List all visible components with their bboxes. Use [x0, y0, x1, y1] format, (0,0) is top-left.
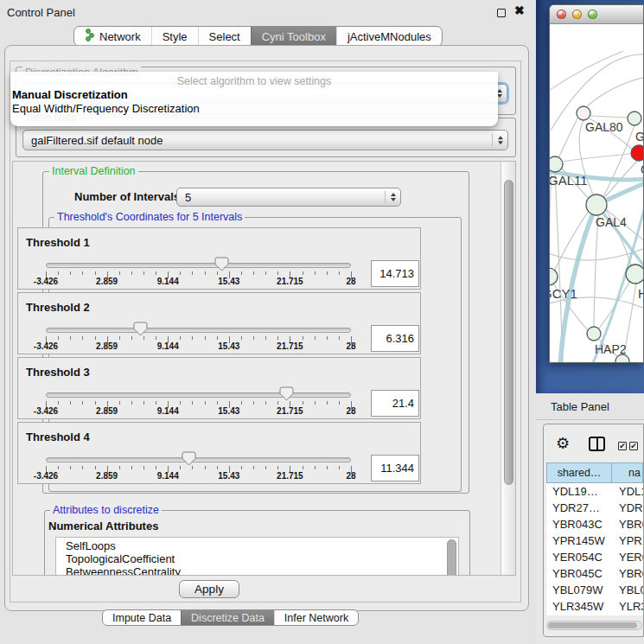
table-panel-area: ⚙ ✔ ✔ shared… na YDL19…YDL1YDR27…YDR2YBR…	[536, 420, 644, 644]
attribute-item-topologicalcoefficient[interactable]: TopologicalCoefficient	[66, 552, 175, 565]
tab-label: Impute Data	[112, 612, 171, 624]
slider-tick	[277, 401, 278, 405]
float-window-icon[interactable]	[497, 9, 506, 17]
table-row[interactable]: YDL19…YDL1	[546, 483, 643, 500]
close-light-icon[interactable]	[557, 10, 566, 19]
slider-track[interactable]	[46, 328, 351, 333]
tab-style[interactable]: Style	[151, 27, 198, 46]
network-node-label: HAP2	[595, 342, 627, 356]
slider-thumb[interactable]	[133, 322, 148, 340]
table-row[interactable]: YER054CYER0	[546, 549, 643, 565]
table-row[interactable]: YBL079WYBL0	[546, 582, 643, 598]
threshold-value-field[interactable]: 6.316	[371, 325, 419, 352]
slider-thumb[interactable]	[182, 451, 196, 469]
slider-tick	[131, 466, 132, 469]
slider-tick	[339, 466, 340, 469]
network-node[interactable]	[587, 327, 601, 341]
apply-button[interactable]: Apply	[179, 580, 239, 598]
numerical-attributes-list[interactable]: SelfLoopsTopologicalCoefficientBetweenne…	[55, 537, 459, 576]
attribute-item-selfloops[interactable]: SelfLoops	[66, 539, 116, 552]
settings-scrollbar-track[interactable]	[501, 162, 515, 575]
table-row[interactable]: YPR145WYPR1	[546, 532, 643, 549]
dropdown-item-manual-discretization[interactable]: Manual Discretization	[12, 88, 128, 101]
slider-tick	[192, 336, 193, 340]
network-node[interactable]	[550, 268, 558, 285]
slider-tick	[156, 401, 156, 405]
network-view-window[interactable]: GAL80GACGAL11GAL4GCY1HHAP2	[549, 4, 644, 363]
network-node[interactable]	[628, 112, 641, 125]
table-row[interactable]: YDR27…YDR2	[546, 500, 643, 516]
network-node[interactable]	[577, 106, 590, 120]
slider-tick	[119, 466, 120, 469]
slider-tick	[277, 466, 278, 469]
table-row[interactable]: YBR043CYBR0	[546, 516, 643, 532]
slider-tick-label: 15.43	[209, 471, 249, 481]
network-canvas[interactable]: GAL80GACGAL11GAL4GCY1HHAP2	[550, 25, 643, 362]
dropdown-item-equal-width[interactable]: Equal Width/Frequency Discretization	[12, 102, 200, 115]
network-edge	[590, 116, 628, 118]
tab-cyni-toolbox[interactable]: Cyni Toolbox	[251, 27, 336, 46]
list-scrollbar[interactable]	[447, 539, 456, 576]
slider-tick	[327, 466, 328, 469]
table-hscrollbar-track[interactable]	[546, 621, 642, 630]
cell-name: YBR0	[612, 567, 643, 580]
column-header-name[interactable]: na	[612, 462, 643, 483]
slider-thumb[interactable]	[279, 386, 294, 405]
threshold-value-field[interactable]: 14.713	[371, 260, 419, 287]
network-node-label: GAL4	[596, 215, 627, 229]
slider-tick-label: -3.426	[26, 471, 66, 481]
slider-track[interactable]	[46, 392, 351, 398]
table-row[interactable]: YIL052CYIL0	[546, 615, 643, 615]
tab-infer-network[interactable]: Infer Network	[274, 610, 358, 625]
table-hscrollbar-thumb[interactable]	[548, 622, 637, 628]
combo-stepper-icon[interactable]	[385, 191, 396, 203]
attribute-item-betweennesscentrality[interactable]: BetweennessCentrality	[66, 565, 181, 576]
network-window-titlebar[interactable]	[550, 5, 643, 24]
checkbox-icon[interactable]: ✔	[618, 442, 627, 450]
network-node[interactable]	[626, 265, 643, 284]
slider-tick	[217, 336, 218, 340]
tab-impute-data[interactable]: Impute Data	[103, 610, 181, 625]
close-icon[interactable]: ✖	[514, 3, 525, 17]
table-row[interactable]: YLR345WYLR3	[546, 598, 643, 615]
tab-label: Select	[209, 30, 240, 43]
table-data-combo-value: galFiltered.sif default node	[31, 134, 163, 147]
tab-label: Network	[99, 30, 141, 43]
slider-tick	[119, 401, 120, 405]
checkbox-icon[interactable]: ✔	[629, 442, 638, 450]
tab-jactivemnodules[interactable]: jActiveMNodules	[336, 27, 442, 46]
slider-tick-label: 28	[331, 471, 371, 481]
zoom-light-icon[interactable]	[588, 10, 597, 19]
threshold-value-field[interactable]: 21.4	[371, 390, 419, 417]
table-row[interactable]: YBR045CYBR0	[546, 565, 643, 582]
slider-tick	[253, 401, 254, 405]
network-node[interactable]	[586, 194, 607, 215]
network-node[interactable]	[550, 156, 563, 172]
combo-stepper-icon[interactable]	[492, 133, 503, 146]
slider-tick	[95, 336, 96, 340]
slider-track[interactable]	[46, 457, 351, 462]
number-of-intervals-combo[interactable]: 5	[176, 188, 401, 207]
tab-discretize-data[interactable]: Discretize Data	[181, 610, 274, 625]
slider-track[interactable]	[46, 263, 351, 268]
slider-tick-label: 9.144	[148, 471, 188, 481]
cell-name: YPR1	[612, 534, 643, 547]
slider-tick-label: 2.859	[87, 277, 127, 286]
tab-network[interactable]: Network	[74, 27, 151, 46]
attributes-group-title: Attributes to discretize	[50, 504, 162, 516]
table-data-combo[interactable]: galFiltered.sif default node	[22, 130, 508, 150]
gear-icon[interactable]: ⚙	[556, 434, 570, 453]
settings-scrollbar-thumb[interactable]	[504, 180, 513, 485]
slider-tick	[241, 336, 242, 340]
control-panel-title: Control Panel	[7, 6, 75, 19]
cell-name: YBR0	[612, 518, 643, 531]
tab-select[interactable]: Select	[198, 27, 251, 46]
column-header-shared[interactable]: shared…	[546, 462, 612, 483]
network-node[interactable]	[631, 145, 643, 161]
slider-tick	[315, 271, 316, 275]
threshold-value-field[interactable]: 11.344	[371, 455, 419, 481]
network-node-label: GAL80	[585, 120, 623, 134]
slider-thumb[interactable]	[214, 257, 229, 275]
minimize-light-icon[interactable]	[572, 10, 582, 19]
columns-icon[interactable]	[589, 437, 605, 451]
